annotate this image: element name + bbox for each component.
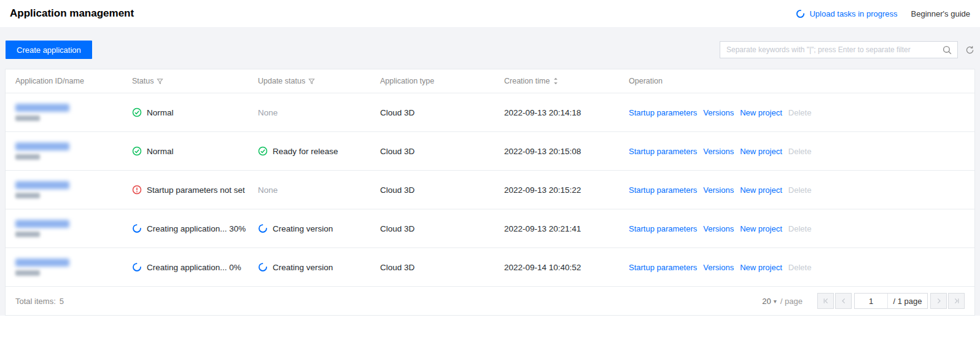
operation-cell: Startup parametersVersionsNew projectDel…: [629, 224, 974, 233]
content-area: Create application Application ID/name S…: [0, 27, 980, 316]
delete-link[interactable]: Delete: [788, 147, 812, 156]
operation-cell: Startup parametersVersionsNew projectDel…: [629, 263, 974, 272]
operation-link[interactable]: New project: [740, 224, 782, 233]
col-creation-time: Creation time: [504, 77, 550, 85]
operation-link[interactable]: Versions: [703, 224, 734, 233]
status-text: Startup parameters not set: [147, 185, 245, 195]
application-type: Cloud 3D: [380, 108, 414, 117]
creation-time: 2022-09-13 20:15:08: [504, 147, 581, 156]
delete-link[interactable]: Delete: [788, 224, 812, 233]
loading-status-icon: [132, 262, 142, 272]
operation-link[interactable]: Startup parameters: [629, 263, 697, 272]
application-type-cell: Cloud 3D: [380, 108, 504, 117]
prev-page-button[interactable]: [835, 293, 852, 309]
operation-link[interactable]: Startup parameters: [629, 185, 697, 195]
app-name-redacted: [15, 154, 40, 160]
search-icon[interactable]: [942, 45, 952, 58]
status-text: Normal: [147, 147, 174, 156]
col-application-type: Application type: [380, 77, 434, 85]
app-id-cell: [6, 220, 132, 237]
app-id-redacted: [15, 259, 69, 267]
creation-time: 2022-09-13 20:14:18: [504, 108, 581, 117]
upload-spinner-icon: [796, 9, 805, 18]
app-id-cell: [6, 104, 132, 121]
creation-time-cell: 2022-09-14 10:40:52: [504, 263, 629, 272]
page-total-label: / 1 page: [888, 297, 927, 306]
app-name-redacted: [15, 193, 40, 198]
status-text: Normal: [147, 108, 174, 117]
status-cell: Normal: [132, 146, 258, 156]
operation-cell: Startup parametersVersionsNew projectDel…: [629, 108, 974, 117]
application-type-cell: Cloud 3D: [380, 224, 504, 233]
update-status-text: Creating version: [273, 263, 333, 272]
col-status: Status: [132, 77, 154, 85]
application-type: Cloud 3D: [380, 185, 414, 195]
operation-link[interactable]: Startup parameters: [629, 147, 697, 156]
col-application-id: Application ID/name: [15, 77, 84, 85]
application-type-cell: Cloud 3D: [380, 185, 504, 195]
application-type: Cloud 3D: [380, 224, 414, 233]
update-status-cell: Creating version: [258, 262, 380, 272]
table-row: NormalReady for releaseCloud 3D2022-09-1…: [6, 131, 974, 170]
update-status-text: Ready for release: [273, 147, 338, 156]
page-size-select[interactable]: 20 ▾: [762, 297, 777, 306]
loading-update-status-icon: [258, 262, 268, 272]
operation-link[interactable]: Versions: [703, 185, 734, 195]
app-name-redacted: [15, 232, 40, 237]
creation-time: 2022-09-13 20:21:41: [504, 224, 581, 233]
loading-status-icon: [132, 224, 142, 233]
table-footer: Total items: 5 20 ▾ / page: [6, 286, 974, 315]
page-number-input[interactable]: [855, 294, 888, 308]
status-text: Creating application... 0%: [147, 263, 241, 272]
update-status-cell: None: [258, 185, 380, 195]
app-name-redacted: [15, 115, 40, 121]
operation-cell: Startup parametersVersionsNew projectDel…: [629, 147, 974, 156]
first-page-button[interactable]: [817, 293, 834, 309]
app-name-redacted: [15, 270, 40, 276]
operation-link[interactable]: Versions: [703, 108, 734, 117]
col-operation: Operation: [629, 77, 663, 85]
creation-time: 2022-09-13 20:15:22: [504, 185, 581, 195]
total-items-label: Total items:: [15, 297, 56, 306]
operation-link[interactable]: New project: [740, 185, 782, 195]
create-application-button[interactable]: Create application: [6, 41, 92, 59]
application-table-card: Application ID/name Status Update status…: [5, 69, 975, 316]
app-id-redacted: [15, 104, 69, 112]
application-type-cell: Cloud 3D: [380, 147, 504, 156]
operation-link[interactable]: New project: [740, 147, 782, 156]
loading-update-status-icon: [258, 224, 268, 233]
app-id-cell: [6, 259, 132, 276]
operation-link[interactable]: Startup parameters: [629, 108, 697, 117]
operation-link[interactable]: Versions: [703, 147, 734, 156]
page-box: / 1 page: [854, 293, 928, 309]
success-update-status-icon: [258, 146, 268, 156]
total-items-value: 5: [60, 297, 64, 306]
refresh-icon[interactable]: [965, 45, 974, 55]
upload-tasks-link[interactable]: Upload tasks in progress: [809, 9, 897, 18]
last-page-button[interactable]: [948, 293, 965, 309]
top-bar: Application management Upload tasks in p…: [0, 0, 980, 27]
col-update-status: Update status: [258, 77, 305, 85]
update-status-text: None: [258, 108, 278, 117]
creation-time-cell: 2022-09-13 20:21:41: [504, 224, 629, 233]
operation-link[interactable]: New project: [740, 263, 782, 272]
operation-cell: Startup parametersVersionsNew projectDel…: [629, 185, 974, 195]
success-status-icon: [132, 107, 142, 117]
app-id-redacted: [15, 220, 69, 228]
search-box[interactable]: [720, 41, 958, 58]
delete-link[interactable]: Delete: [788, 108, 812, 117]
delete-link[interactable]: Delete: [788, 185, 812, 195]
beginners-guide-link[interactable]: Beginner's guide: [911, 9, 970, 18]
toolbar: Create application: [5, 41, 975, 59]
update-status-text: Creating version: [273, 224, 333, 233]
sort-icon[interactable]: [553, 77, 559, 85]
table-row: NormalNoneCloud 3D2022-09-13 20:14:18Sta…: [6, 93, 974, 131]
status-filter-icon[interactable]: [157, 78, 163, 85]
operation-link[interactable]: New project: [740, 108, 782, 117]
search-input[interactable]: [720, 42, 957, 58]
operation-link[interactable]: Startup parameters: [629, 224, 697, 233]
delete-link[interactable]: Delete: [788, 263, 812, 272]
operation-link[interactable]: Versions: [703, 263, 734, 272]
next-page-button[interactable]: [930, 293, 947, 309]
update-status-filter-icon[interactable]: [308, 78, 315, 85]
